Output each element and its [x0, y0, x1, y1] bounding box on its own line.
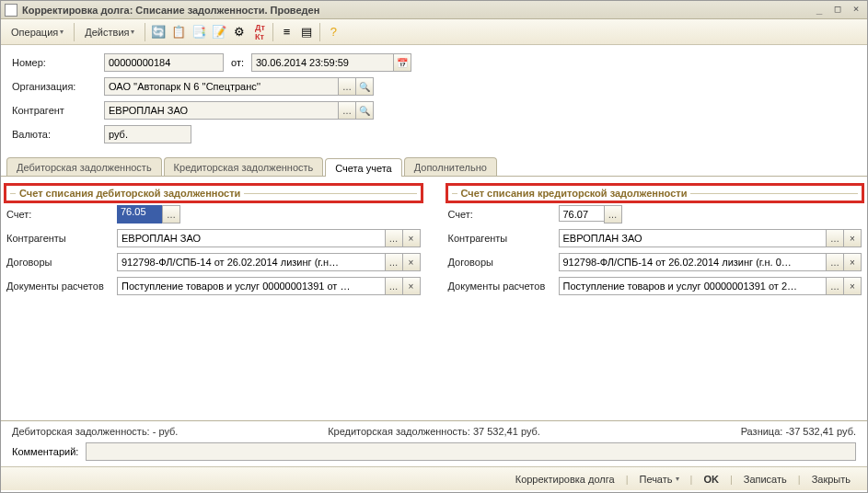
list-icon[interactable]: ▤	[297, 23, 316, 41]
debit-total: Дебиторская задолженность: - руб.	[12, 426, 294, 437]
toolbar: Операция▾ Действия▾ 🔄 📋 📑 📝 ⚙ ДтКт ≡ ▤ ?	[1, 19, 867, 45]
post-icon[interactable]: 📋	[169, 23, 188, 41]
credit-writeoff-group: Счет списания кредиторской задолженности…	[448, 186, 862, 296]
totals-bar: Дебиторская задолженность: - руб. Кредит…	[1, 420, 867, 440]
operation-menu[interactable]: Операция▾	[5, 24, 70, 40]
credit-total: Кредиторская задолженность: 37 532,41 ру…	[294, 426, 575, 437]
credit-dog-clear[interactable]: ×	[843, 253, 862, 271]
close-button[interactable]: Закрыть	[804, 472, 858, 487]
debit-contr-input[interactable]	[117, 229, 386, 247]
help-icon[interactable]: ?	[324, 23, 342, 41]
tab-additional[interactable]: Дополнительно	[404, 157, 497, 176]
structure-icon[interactable]: ≡	[277, 23, 295, 41]
contractor-search-button[interactable]: 🔍	[355, 101, 374, 120]
movements-icon[interactable]: 📑	[190, 23, 208, 41]
ok-button[interactable]: OK	[696, 472, 726, 487]
footer: Корректировка долга | Печать▾ | OK | Зап…	[1, 466, 867, 490]
tab-debit[interactable]: Дебиторская задолженность	[6, 157, 162, 176]
debit-contr-select[interactable]: …	[385, 229, 403, 247]
credit-acct-select[interactable]: …	[604, 205, 622, 224]
credit-contr-clear[interactable]: ×	[843, 229, 862, 247]
from-label: от:	[224, 57, 251, 68]
close-window-button[interactable]: ×	[849, 4, 863, 17]
debit-contr-label: Контрагенты	[6, 233, 117, 244]
debit-doc-clear[interactable]: ×	[402, 277, 421, 295]
credit-dog-input[interactable]	[559, 253, 827, 271]
debit-doc-input[interactable]	[117, 277, 386, 295]
settings-icon[interactable]: ⚙	[230, 23, 249, 41]
debit-doc-label: Документы расчетов	[6, 281, 117, 292]
titlebar: Корректировка долга: Списание задолженно…	[1, 1, 867, 19]
dt-kt-icon[interactable]: ДтКт	[250, 23, 269, 41]
debit-writeoff-group: Счет списания дебиторской задолженности …	[6, 186, 421, 296]
comment-label: Комментарий:	[12, 446, 78, 457]
debit-dog-select[interactable]: …	[385, 253, 403, 271]
contractor-input[interactable]	[104, 101, 339, 120]
tab-accounts-body: Счет списания дебиторской задолженности …	[1, 177, 867, 305]
contractor-select-button[interactable]: …	[338, 101, 356, 120]
contractor-label: Контрагент	[12, 105, 104, 116]
print-button[interactable]: Печать▾	[631, 472, 686, 487]
credit-dog-select[interactable]: …	[826, 253, 844, 271]
diff-total: Разница: -37 532,41 руб.	[574, 426, 856, 437]
window-title: Корректировка долга: Списание задолженно…	[22, 5, 812, 16]
credit-dog-label: Договоры	[448, 257, 559, 268]
org-search-button[interactable]: 🔍	[355, 77, 374, 96]
comment-input[interactable]	[86, 442, 856, 461]
credit-contr-input[interactable]	[559, 229, 827, 247]
credit-acct-label: Счет:	[448, 209, 559, 220]
credit-doc-clear[interactable]: ×	[843, 277, 862, 295]
debit-acct-value[interactable]: 76.05	[117, 205, 163, 224]
actions-menu[interactable]: Действия▾	[78, 24, 141, 40]
org-select-button[interactable]: …	[338, 77, 356, 96]
credit-doc-input[interactable]	[559, 277, 827, 295]
number-label: Номер:	[12, 57, 104, 68]
save-button[interactable]: Записать	[736, 472, 794, 487]
debit-acct-label: Счет:	[6, 209, 117, 220]
refresh-icon[interactable]: 🔄	[149, 23, 168, 41]
credit-contr-label: Контрагенты	[448, 233, 559, 244]
calendar-icon[interactable]: 📅	[393, 53, 411, 72]
debit-writeoff-title: Счет списания дебиторской задолженности	[4, 183, 423, 203]
tab-credit[interactable]: Кредиторская задолженность	[164, 157, 324, 176]
maximize-button[interactable]: □	[830, 4, 845, 17]
write-icon[interactable]: 📝	[210, 23, 228, 41]
tab-accounts[interactable]: Счета учета	[325, 158, 401, 177]
debit-dog-clear[interactable]: ×	[402, 253, 421, 271]
header-form: Номер: от: 📅 Организация: … 🔍 Контрагент…	[1, 45, 867, 152]
minimize-button[interactable]: _	[812, 4, 827, 17]
debit-dog-label: Договоры	[6, 257, 117, 268]
credit-doc-label: Документы расчетов	[448, 281, 559, 292]
debit-doc-select[interactable]: …	[385, 277, 403, 295]
currency-input[interactable]	[104, 125, 191, 143]
credit-acct-value[interactable]: 76.07	[559, 205, 605, 222]
date-input[interactable]	[251, 53, 394, 72]
credit-writeoff-title: Счет списания кредиторской задолженности	[446, 183, 865, 203]
correct-debt-button[interactable]: Корректировка долга	[508, 472, 622, 487]
debit-contr-clear[interactable]: ×	[402, 229, 421, 247]
org-label: Организация:	[12, 81, 104, 92]
org-input[interactable]	[104, 77, 339, 96]
currency-label: Валюта:	[12, 129, 104, 140]
app-icon	[5, 4, 17, 17]
debit-acct-select[interactable]: …	[162, 205, 180, 224]
credit-doc-select[interactable]: …	[826, 277, 844, 295]
number-input[interactable]	[104, 53, 224, 72]
credit-contr-select[interactable]: …	[826, 229, 844, 247]
debit-dog-input[interactable]	[117, 253, 386, 271]
tabs: Дебиторская задолженность Кредиторская з…	[1, 157, 867, 177]
